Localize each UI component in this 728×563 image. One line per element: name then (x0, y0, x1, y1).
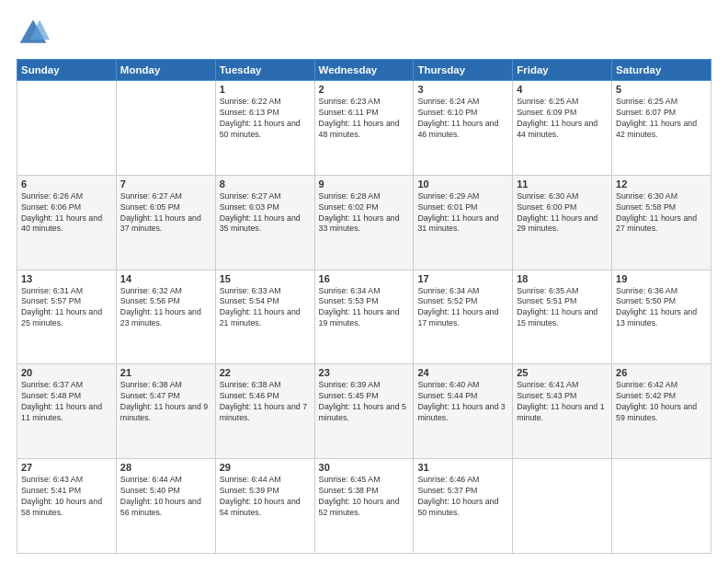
day-info: Sunrise: 6:35 AMSunset: 5:51 PMDaylight:… (517, 286, 608, 330)
weekday-header-saturday: Saturday (612, 60, 711, 81)
day-info: Sunrise: 6:22 AMSunset: 6:13 PMDaylight:… (220, 97, 311, 141)
day-cell: 2Sunrise: 6:23 AMSunset: 6:11 PMDaylight… (314, 81, 414, 176)
day-number: 14 (120, 273, 211, 284)
day-number: 16 (319, 273, 410, 284)
day-number: 7 (120, 178, 211, 190)
day-info: Sunrise: 6:34 AMSunset: 5:52 PMDaylight:… (417, 286, 508, 330)
day-cell: 16Sunrise: 6:34 AMSunset: 5:53 PMDayligh… (314, 270, 414, 364)
day-cell: 14Sunrise: 6:32 AMSunset: 5:56 PMDayligh… (116, 270, 215, 364)
day-number: 22 (220, 367, 311, 378)
day-number: 17 (417, 273, 508, 284)
day-info: Sunrise: 6:27 AMSunset: 6:03 PMDaylight:… (220, 191, 311, 236)
day-info: Sunrise: 6:37 AMSunset: 5:48 PMDaylight:… (21, 380, 112, 424)
day-cell: 7Sunrise: 6:27 AMSunset: 6:05 PMDaylight… (116, 175, 215, 270)
logo-icon (17, 17, 50, 50)
weekday-header-monday: Monday (116, 60, 215, 81)
logo (17, 17, 53, 50)
page: SundayMondayTuesdayWednesdayThursdayFrid… (0, 0, 728, 563)
day-cell: 20Sunrise: 6:37 AMSunset: 5:48 PMDayligh… (17, 364, 117, 459)
day-number: 8 (220, 178, 311, 190)
day-number: 27 (21, 462, 112, 473)
day-number: 6 (21, 178, 112, 190)
day-cell: 6Sunrise: 6:26 AMSunset: 6:06 PMDaylight… (17, 175, 117, 270)
day-number: 30 (319, 462, 410, 473)
day-cell: 4Sunrise: 6:25 AMSunset: 6:09 PMDaylight… (513, 81, 612, 176)
day-cell (17, 81, 117, 176)
week-row-2: 6Sunrise: 6:26 AMSunset: 6:06 PMDaylight… (17, 175, 711, 270)
day-cell: 21Sunrise: 6:38 AMSunset: 5:47 PMDayligh… (116, 364, 215, 459)
day-info: Sunrise: 6:42 AMSunset: 5:42 PMDaylight:… (616, 380, 707, 424)
day-number: 13 (21, 273, 112, 284)
day-number: 4 (517, 84, 608, 95)
day-number: 10 (417, 178, 508, 190)
day-cell: 26Sunrise: 6:42 AMSunset: 5:42 PMDayligh… (612, 364, 711, 459)
day-info: Sunrise: 6:41 AMSunset: 5:43 PMDaylight:… (517, 380, 608, 424)
day-info: Sunrise: 6:28 AMSunset: 6:02 PMDaylight:… (319, 191, 410, 236)
weekday-header-thursday: Thursday (414, 60, 513, 81)
day-cell: 13Sunrise: 6:31 AMSunset: 5:57 PMDayligh… (17, 270, 117, 364)
day-number: 26 (616, 367, 707, 378)
day-cell: 22Sunrise: 6:38 AMSunset: 5:46 PMDayligh… (215, 364, 314, 459)
day-info: Sunrise: 6:30 AMSunset: 6:00 PMDaylight:… (517, 191, 608, 236)
day-cell: 17Sunrise: 6:34 AMSunset: 5:52 PMDayligh… (414, 270, 513, 364)
day-info: Sunrise: 6:23 AMSunset: 6:11 PMDaylight:… (319, 97, 410, 141)
day-number: 3 (417, 84, 508, 95)
day-cell: 29Sunrise: 6:44 AMSunset: 5:39 PMDayligh… (215, 459, 314, 554)
day-cell (612, 459, 711, 554)
day-info: Sunrise: 6:32 AMSunset: 5:56 PMDaylight:… (120, 286, 211, 330)
day-number: 31 (417, 462, 508, 473)
day-number: 11 (517, 178, 608, 190)
day-number: 19 (616, 273, 707, 284)
day-cell: 27Sunrise: 6:43 AMSunset: 5:41 PMDayligh… (17, 459, 117, 554)
day-cell: 18Sunrise: 6:35 AMSunset: 5:51 PMDayligh… (513, 270, 612, 364)
day-cell: 5Sunrise: 6:25 AMSunset: 6:07 PMDaylight… (612, 81, 711, 176)
day-number: 9 (319, 178, 410, 190)
weekday-header-sunday: Sunday (17, 60, 117, 81)
day-number: 12 (616, 178, 707, 190)
day-info: Sunrise: 6:27 AMSunset: 6:05 PMDaylight:… (120, 191, 211, 236)
day-info: Sunrise: 6:44 AMSunset: 5:40 PMDaylight:… (120, 475, 211, 519)
day-info: Sunrise: 6:43 AMSunset: 5:41 PMDaylight:… (21, 475, 112, 519)
day-cell: 28Sunrise: 6:44 AMSunset: 5:40 PMDayligh… (116, 459, 215, 554)
day-number: 15 (220, 273, 311, 284)
weekday-header-friday: Friday (513, 60, 612, 81)
day-number: 21 (120, 367, 211, 378)
day-info: Sunrise: 6:46 AMSunset: 5:37 PMDaylight:… (417, 475, 508, 519)
day-cell: 3Sunrise: 6:24 AMSunset: 6:10 PMDaylight… (414, 81, 513, 176)
day-info: Sunrise: 6:30 AMSunset: 5:58 PMDaylight:… (616, 191, 707, 236)
day-info: Sunrise: 6:39 AMSunset: 5:45 PMDaylight:… (319, 380, 410, 424)
day-cell: 12Sunrise: 6:30 AMSunset: 5:58 PMDayligh… (612, 175, 711, 270)
day-cell: 10Sunrise: 6:29 AMSunset: 6:01 PMDayligh… (414, 175, 513, 270)
day-info: Sunrise: 6:25 AMSunset: 6:09 PMDaylight:… (517, 97, 608, 141)
day-info: Sunrise: 6:34 AMSunset: 5:53 PMDaylight:… (319, 286, 410, 330)
week-row-1: 1Sunrise: 6:22 AMSunset: 6:13 PMDaylight… (17, 81, 711, 176)
day-cell: 1Sunrise: 6:22 AMSunset: 6:13 PMDaylight… (215, 81, 314, 176)
week-row-4: 20Sunrise: 6:37 AMSunset: 5:48 PMDayligh… (17, 364, 711, 459)
day-cell: 25Sunrise: 6:41 AMSunset: 5:43 PMDayligh… (513, 364, 612, 459)
day-number: 5 (616, 84, 707, 95)
day-number: 29 (220, 462, 311, 473)
day-info: Sunrise: 6:36 AMSunset: 5:50 PMDaylight:… (616, 286, 707, 330)
day-cell (513, 459, 612, 554)
day-cell: 23Sunrise: 6:39 AMSunset: 5:45 PMDayligh… (314, 364, 414, 459)
day-info: Sunrise: 6:25 AMSunset: 6:07 PMDaylight:… (616, 97, 707, 141)
day-number: 25 (517, 367, 608, 378)
day-info: Sunrise: 6:24 AMSunset: 6:10 PMDaylight:… (417, 97, 508, 141)
day-info: Sunrise: 6:38 AMSunset: 5:47 PMDaylight:… (120, 380, 211, 424)
day-number: 2 (319, 84, 410, 95)
day-info: Sunrise: 6:31 AMSunset: 5:57 PMDaylight:… (21, 286, 112, 330)
day-number: 18 (517, 273, 608, 284)
day-info: Sunrise: 6:33 AMSunset: 5:54 PMDaylight:… (220, 286, 311, 330)
day-info: Sunrise: 6:45 AMSunset: 5:38 PMDaylight:… (319, 475, 410, 519)
day-number: 23 (319, 367, 410, 378)
day-number: 20 (21, 367, 112, 378)
day-number: 24 (417, 367, 508, 378)
day-cell: 9Sunrise: 6:28 AMSunset: 6:02 PMDaylight… (314, 175, 414, 270)
day-number: 1 (220, 84, 311, 95)
header (17, 17, 711, 50)
day-cell: 31Sunrise: 6:46 AMSunset: 5:37 PMDayligh… (414, 459, 513, 554)
day-cell: 8Sunrise: 6:27 AMSunset: 6:03 PMDaylight… (215, 175, 314, 270)
day-cell: 30Sunrise: 6:45 AMSunset: 5:38 PMDayligh… (314, 459, 414, 554)
day-info: Sunrise: 6:26 AMSunset: 6:06 PMDaylight:… (21, 191, 112, 236)
day-cell: 24Sunrise: 6:40 AMSunset: 5:44 PMDayligh… (414, 364, 513, 459)
